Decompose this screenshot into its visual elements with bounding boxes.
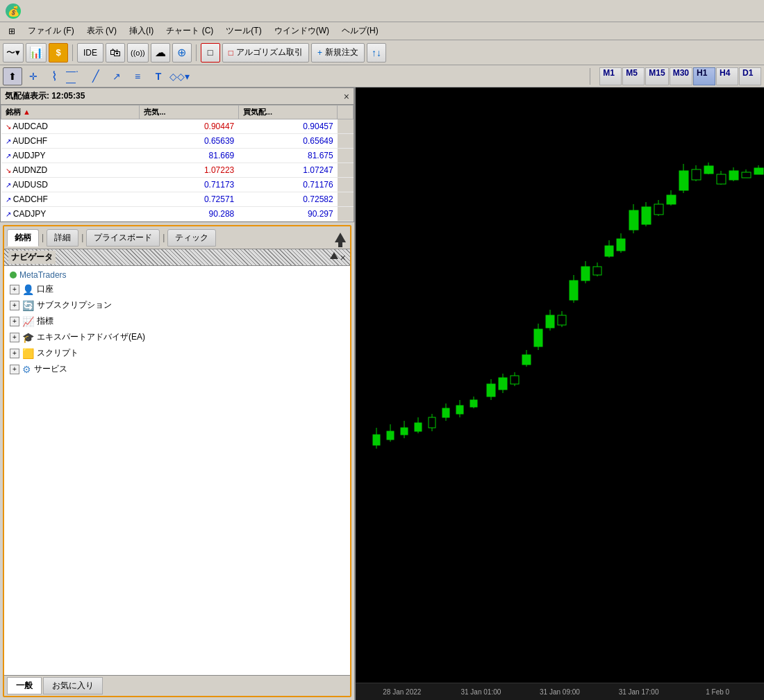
bid-cell: 81.675	[238, 149, 337, 163]
menu-help[interactable]: ヘルプ(H)	[336, 24, 384, 38]
expand-scripts[interactable]: +	[10, 349, 19, 358]
nav-tab-general[interactable]: 一般	[7, 677, 42, 694]
bid-cell: 90.297	[238, 207, 337, 222]
tab-symbol[interactable]: 銘柄	[7, 229, 39, 247]
sep3	[590, 68, 590, 85]
tf-m1[interactable]: M1	[599, 67, 622, 85]
direction-arrow: ↗	[6, 181, 11, 189]
online-indicator	[10, 272, 17, 278]
tab-tick[interactable]: ティック	[167, 229, 216, 247]
svg-rect-11	[442, 408, 449, 417]
arrows-btn[interactable]: ↑↓	[367, 43, 386, 62]
cursor-tool[interactable]: ⬆	[3, 67, 22, 85]
table-row[interactable]: ↗ CADJPY 90.288 90.297	[1, 207, 354, 222]
scroll-cell	[338, 178, 354, 192]
shapes-tool[interactable]: ◇◇▾	[169, 67, 189, 85]
tree-services[interactable]: + ⚙ サービス	[4, 361, 350, 377]
symbol-cell: ↗ AUDJPY	[1, 149, 140, 163]
expand-ea[interactable]: +	[10, 333, 19, 342]
market-watch-close[interactable]: ×	[344, 91, 349, 102]
symbol-name: AUDCHF	[13, 136, 47, 146]
table-row[interactable]: ↘ AUDCAD 0.90447 0.90457	[1, 119, 354, 134]
menu-file[interactable]: ファイル (F)	[22, 24, 80, 38]
ide-btn[interactable]: IDE	[77, 43, 103, 62]
menu-insert[interactable]: 挿入(I)	[124, 24, 159, 38]
expand-indicators[interactable]: +	[10, 317, 19, 326]
tree-indicators[interactable]: + 📈 指標	[4, 313, 350, 329]
symbol-name: AUDCAD	[13, 122, 48, 131]
dollar-btn[interactable]: $	[49, 43, 68, 62]
bid-cell: 0.72582	[238, 192, 337, 207]
nav-tab-favorites[interactable]: お気に入り	[43, 677, 103, 694]
tree-subscriptions[interactable]: + 🔄 サブスクリプション	[4, 297, 350, 313]
cloud-btn[interactable]: ☁	[151, 43, 170, 62]
tf-m30[interactable]: M30	[670, 67, 692, 85]
line-tool[interactable]: ⌇	[44, 67, 64, 85]
bar-chart-btn[interactable]: 📊	[26, 43, 47, 62]
line-chart-btn[interactable]: 〜▾	[3, 43, 24, 62]
tree-scripts[interactable]: + 🟨 スクリプト	[4, 345, 350, 361]
symbol-cell: ↗ CADCHF	[1, 192, 140, 207]
svg-rect-39	[617, 239, 625, 251]
ask-cell: 0.90447	[140, 119, 238, 134]
svg-rect-59	[742, 172, 751, 178]
expand-subscriptions[interactable]: +	[10, 301, 19, 310]
tree-metatraders[interactable]: MetaTraders	[4, 269, 350, 281]
tf-h4[interactable]: H4	[716, 67, 738, 85]
svg-rect-19	[499, 378, 507, 390]
algo-btn[interactable]: □ アルゴリズム取引	[222, 43, 309, 62]
axis-label-2: 31 Jan 01:00	[442, 688, 521, 696]
axis-label-1: 28 Jan 2022	[363, 688, 442, 696]
svg-rect-27	[546, 315, 554, 328]
svg-rect-21	[510, 376, 519, 384]
sep1	[72, 44, 73, 61]
symbol-name: AUDNZD	[13, 165, 47, 175]
radio-btn[interactable]: ((o))	[127, 43, 149, 62]
crosshair-tool[interactable]: ✛	[24, 67, 43, 85]
new-order-btn[interactable]: + 新規注文	[311, 43, 365, 62]
chart-area[interactable]: .bull { fill: #00cc00; stroke: #00cc00; …	[356, 88, 764, 700]
toolbar2: ⬆ ✛ ⌇ —·— ╱ ↗ ≡ T ◇◇▾ M1 M5 M15 M30 H1 H…	[0, 65, 764, 88]
nav-close-btn[interactable]: ×	[340, 252, 346, 263]
svg-rect-31	[570, 281, 578, 300]
stop-btn[interactable]: □	[201, 43, 220, 62]
chart-canvas: .bull { fill: #00cc00; stroke: #00cc00; …	[356, 88, 764, 683]
bag-btn[interactable]: 🛍	[106, 43, 125, 62]
table-row[interactable]: ↗ AUDUSD 0.71173 0.71176	[1, 178, 354, 192]
tf-m15[interactable]: M15	[645, 67, 668, 85]
axis-label-5: 1 Feb 0	[678, 688, 757, 696]
trend-tool[interactable]: ╱	[86, 67, 106, 85]
tf-d1[interactable]: D1	[739, 67, 761, 85]
ray-tool[interactable]: ↗	[107, 67, 126, 85]
menu-window[interactable]: ウインドウ(W)	[269, 24, 335, 38]
text-tool[interactable]: T	[149, 67, 168, 85]
expand-accounts[interactable]: +	[10, 285, 19, 294]
table-row[interactable]: ↗ AUDCHF 0.65639 0.65649	[1, 134, 354, 149]
tree-ea[interactable]: + 🎓 エキスパートアドバイザ(EA)	[4, 329, 350, 345]
menu-tools-icon[interactable]: ⊞	[3, 25, 21, 38]
tf-m5[interactable]: M5	[622, 67, 645, 85]
expand-services[interactable]: +	[10, 365, 19, 374]
menu-view[interactable]: 表示 (V)	[81, 24, 122, 38]
tree-accounts[interactable]: + 👤 口座	[4, 281, 350, 297]
lines-tool[interactable]: ≡	[128, 67, 147, 85]
table-row[interactable]: ↘ AUDNZD 1.07223 1.07247	[1, 163, 354, 178]
nav-up-btn[interactable]	[330, 252, 338, 263]
col-ask[interactable]: 売気...	[140, 106, 238, 119]
globe-btn[interactable]: ⊕	[172, 43, 192, 62]
scroll-cell	[338, 119, 354, 134]
tab-up-arrow[interactable]	[333, 228, 347, 247]
tab-detail[interactable]: 詳細	[47, 229, 78, 247]
scroll-cell	[338, 134, 354, 149]
col-symbol[interactable]: 銘柄 ▲	[1, 106, 140, 119]
table-row[interactable]: ↗ CADCHF 0.72571 0.72582	[1, 192, 354, 207]
menu-chart[interactable]: チャート (C)	[160, 24, 219, 38]
hline-tool[interactable]: —·—	[65, 67, 85, 85]
tf-h1[interactable]: H1	[693, 67, 715, 85]
svg-rect-1	[373, 435, 380, 445]
col-bid[interactable]: 買気配...	[238, 106, 337, 119]
tab-priceboard[interactable]: プライスボード	[86, 229, 160, 247]
table-row[interactable]: ↗ AUDJPY 81.669 81.675	[1, 149, 354, 163]
menu-tools[interactable]: ツール(T)	[220, 24, 267, 38]
scroll-cell	[338, 207, 354, 222]
